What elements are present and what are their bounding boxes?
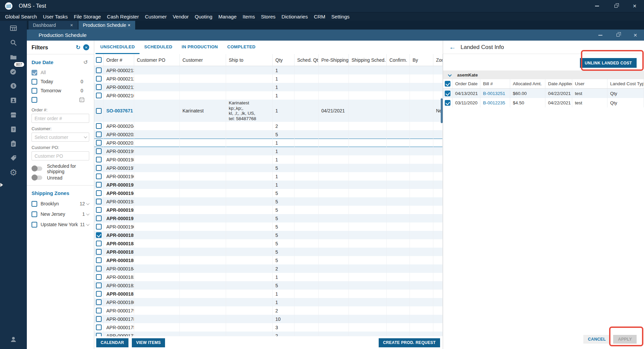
checkbox[interactable]	[96, 76, 102, 82]
sidebar-item-settings[interactable]: ⚙	[6, 165, 21, 180]
schedule-row[interactable]: APR-00001753	[94, 323, 443, 332]
toggle-switch[interactable]	[32, 176, 42, 180]
chevron-down-icon[interactable]	[86, 222, 90, 226]
schedule-row[interactable]: APR-00001981	[94, 155, 443, 164]
checkbox[interactable]	[96, 140, 102, 146]
schedule-row[interactable]: APR-00002042	[94, 122, 443, 130]
sidebar-item-tags[interactable]	[6, 151, 21, 165]
checkbox[interactable]	[96, 108, 102, 114]
menu-item-global-search[interactable]: Global Search	[2, 14, 40, 19]
checkbox[interactable]	[96, 249, 102, 255]
menu-item-cash-register[interactable]: Cash Register	[104, 14, 142, 19]
schedule-row[interactable]: APR-00001811	[94, 290, 443, 298]
sidebar-item-help-requests[interactable]: ?	[6, 122, 21, 136]
schedule-row[interactable]: APR-00001801	[94, 298, 443, 306]
sidebar-item-search[interactable]	[6, 35, 21, 50]
schedule-row[interactable]: APR-00002111	[94, 83, 443, 91]
checkbox[interactable]	[445, 91, 450, 96]
schedule-row[interactable]: APR-00001951	[94, 181, 443, 189]
schedule-row[interactable]: APR-00001831	[94, 273, 443, 281]
create-prod-request-button[interactable]: CREATE PROD. REQUEST	[379, 338, 440, 347]
menu-item-crm[interactable]: CRM	[311, 14, 328, 19]
menu-item-user-tasks[interactable]: User Tasks	[40, 14, 71, 19]
schedule-row[interactable]: APR-00002131	[94, 66, 443, 74]
checkbox[interactable]	[96, 215, 102, 221]
schedule-row[interactable]: APR-00001915	[94, 214, 443, 222]
cancel-button[interactable]: CANCEL	[583, 335, 610, 344]
checkbox[interactable]	[96, 182, 102, 188]
checkbox[interactable]	[96, 207, 102, 213]
app-minimize-button[interactable]	[588, 0, 606, 12]
calendar-icon[interactable]	[79, 97, 85, 102]
checkbox[interactable]	[96, 67, 102, 73]
landed-cost-row[interactable]: 04/13/2021B-0013251$60.0004/22/2021testQ…	[443, 89, 644, 98]
checkbox[interactable]	[96, 232, 102, 238]
landed-cost-group-header[interactable]: asemKate	[443, 70, 644, 79]
checkbox[interactable]	[32, 79, 37, 85]
schedule-row[interactable]: APR-00001875	[94, 248, 443, 256]
checkbox[interactable]	[96, 123, 102, 129]
window-minimize-button[interactable]	[592, 30, 609, 41]
bill-number-link[interactable]: B-0012235	[480, 98, 510, 107]
checkbox[interactable]	[96, 257, 102, 263]
checkbox[interactable]	[96, 325, 102, 330]
schedule-row[interactable]: APR-00001991	[94, 147, 443, 155]
toggle-switch[interactable]	[32, 166, 42, 171]
schedule-row[interactable]: APR-00001935	[94, 197, 443, 206]
chevron-down-icon[interactable]	[86, 202, 90, 205]
apply-button[interactable]: APPLY	[613, 335, 637, 344]
menu-item-manage[interactable]: Manage	[215, 14, 239, 19]
checkbox[interactable]	[96, 308, 102, 313]
menu-item-stores[interactable]: Stores	[258, 14, 278, 19]
app-restore-button[interactable]	[606, 0, 625, 12]
checkbox[interactable]	[96, 148, 102, 154]
checkbox[interactable]	[445, 81, 450, 87]
checkbox[interactable]	[32, 201, 37, 207]
order-number[interactable]: SO-0037671	[104, 100, 134, 122]
tab-completed[interactable]: COMPLETED	[223, 41, 260, 54]
schedule-row[interactable]: APR-00001975	[94, 164, 443, 172]
order-number-input[interactable]	[32, 114, 89, 123]
checkbox[interactable]	[96, 333, 102, 336]
menu-item-customer[interactable]: Customer	[142, 14, 170, 19]
schedule-row[interactable]: APR-00002011	[94, 139, 443, 147]
checkbox[interactable]	[32, 222, 37, 228]
schedule-row[interactable]: APR-00001885	[94, 239, 443, 248]
window-restore-button[interactable]	[609, 30, 627, 41]
schedule-row[interactable]: APR-00001842	[94, 264, 443, 273]
panel-expand-arrow[interactable]	[0, 183, 3, 187]
sidebar-item-dashboard[interactable]	[6, 21, 21, 35]
schedule-row[interactable]: APR-00001945	[94, 189, 443, 197]
doc-tab-dashboard[interactable]: Dashboard✕	[29, 21, 78, 30]
schedule-row[interactable]: SO-0037671KarinatestKarinatestkp;,kp;,kl…	[94, 100, 443, 122]
window-close-button[interactable]: ✕	[627, 30, 644, 41]
customer-select[interactable]: Select customer	[32, 133, 89, 142]
menu-item-quoting[interactable]: Quoting	[192, 14, 215, 19]
schedule-row[interactable]: APR-00001825	[94, 281, 443, 290]
refresh-filters-icon[interactable]: ↻	[76, 44, 80, 51]
schedule-row[interactable]: APR-00002025	[94, 130, 443, 139]
schedule-row[interactable]: APR-000017810	[94, 315, 443, 323]
sidebar-item-stores[interactable]	[6, 107, 21, 122]
checkbox[interactable]	[32, 70, 37, 76]
checkbox[interactable]	[96, 283, 102, 288]
checkbox[interactable]	[32, 211, 37, 217]
schedule-row[interactable]: APR-00001905	[94, 222, 443, 231]
schedule-row[interactable]: APR-00001961	[94, 172, 443, 181]
checkbox[interactable]	[96, 157, 102, 162]
tab-in-production[interactable]: IN PRODUCTION	[177, 41, 223, 54]
tab-scheduled[interactable]: SCHEDULED	[140, 41, 177, 54]
checkbox[interactable]	[96, 190, 102, 196]
tab-close-icon[interactable]: ✕	[69, 22, 74, 28]
tab-unscheduled[interactable]: UNSCHEDULED	[96, 41, 140, 54]
sidebar-item-profile[interactable]	[6, 332, 21, 346]
checkbox[interactable]	[96, 93, 102, 98]
menu-item-dictionaries[interactable]: Dictionaries	[278, 14, 311, 19]
checkbox[interactable]	[32, 88, 37, 94]
checkbox[interactable]	[96, 299, 102, 305]
checkbox[interactable]	[96, 57, 102, 63]
checkbox[interactable]	[96, 274, 102, 280]
schedule-row[interactable]: APR-00001792	[94, 306, 443, 315]
checkbox[interactable]	[445, 100, 450, 106]
due-date-custom-checkbox[interactable]	[32, 97, 37, 103]
